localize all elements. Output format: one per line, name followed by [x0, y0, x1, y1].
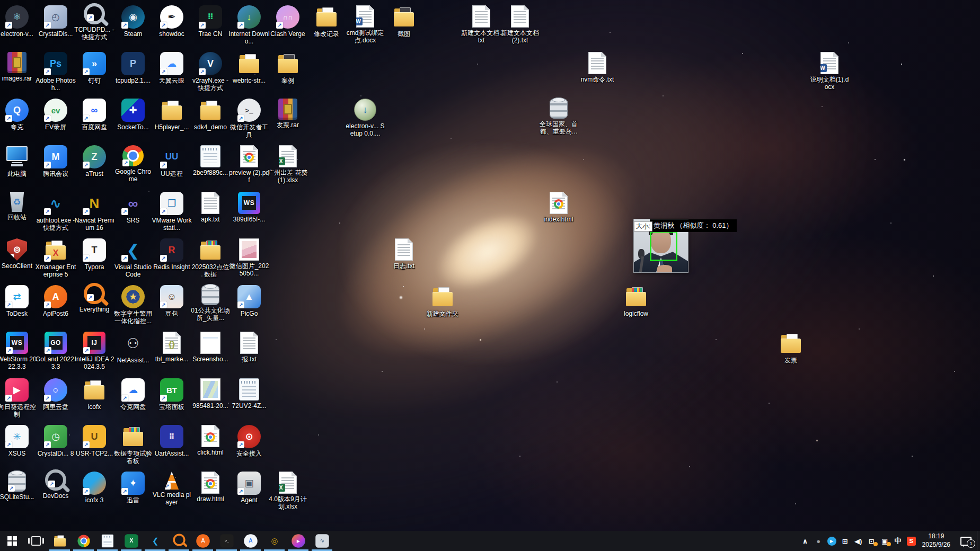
desktop-icon-click-html[interactable]: click.html [189, 425, 232, 456]
desktop-icon-folder-logicflow[interactable]: logicflow [615, 285, 657, 317]
desktop-icon-atrust[interactable]: ↗aTrust [73, 145, 116, 177]
desktop-icon-cmd-test-docx[interactable]: Wcmd测试绑定点.docx [344, 5, 386, 45]
desktop-icon-todesk[interactable]: ↗ToDesk [0, 285, 38, 317]
desktop-icon-ev-recorder[interactable]: ↗EV录屏 [34, 99, 77, 131]
desktop-icon-agent[interactable]: ↗Agent [228, 472, 270, 504]
taskbar-vscode[interactable] [143, 531, 167, 551]
desktop-icon-bt-panel[interactable]: ↗宝塔面板 [151, 378, 193, 411]
taskbar-app-store[interactable] [239, 531, 262, 551]
desktop-icon-rizhi-txt[interactable]: 日志.txt [383, 238, 425, 270]
desktop-icon-v2rayn[interactable]: ↗v2rayN.exe - 快捷方式 [189, 52, 232, 92]
desktop-icon-tbl-marke[interactable]: {}tbl_marke... [151, 332, 193, 363]
desktop-icon-preview-pdf[interactable]: preview (2).pdf [228, 145, 270, 184]
desktop-icon-crystaldiskmark[interactable]: ↗CrystalDi... 8 [34, 425, 77, 457]
desktop-icon-electron-setup[interactable]: electron-v... Setup 0.0.... [344, 99, 386, 138]
desktop-icon-usr-tcp[interactable]: ↗USR-TCP2... [73, 425, 116, 457]
desktop-icon-goland[interactable]: ↗GoLand 2022.3.3 [34, 332, 77, 371]
desktop-icon-draw-html[interactable]: draw.html [189, 472, 232, 503]
desktop-icon-guangzhou-xlsx[interactable]: X广州出差 花费(1).xlsx [267, 145, 309, 184]
desktop-icon-showdoc[interactable]: ↗showdoc [151, 5, 193, 38]
desktop-icon-ws-389df65f[interactable]: 389df65f-... [228, 192, 270, 223]
taskbar-cmd[interactable] [215, 531, 239, 551]
desktop-icon-vlc[interactable]: ↗VLC media player [151, 472, 193, 506]
desktop-icon-webstorm[interactable]: ↗WebStorm 2022.3.3 [0, 332, 38, 371]
desktop-icon-security-access[interactable]: ↗安全接入 [228, 425, 270, 457]
start-button[interactable] [0, 531, 24, 551]
taskbar-system-monitor[interactable] [310, 531, 334, 551]
desktop-icon-icofx3[interactable]: ↗icofx 3 [73, 472, 116, 504]
desktop-icon-folder-icofx[interactable]: icofx [73, 378, 116, 411]
desktop-icon-db-global-countries[interactable]: 全球国家、首都、重要岛... [537, 99, 580, 136]
tray-hidden-app[interactable]: ● [812, 531, 825, 551]
desktop-icon-map-985481[interactable]: 985481-20... [189, 378, 232, 410]
desktop-icon-shuoming-docx[interactable]: W说明文档(1).docx [808, 52, 851, 91]
desktop-icon-dingtalk[interactable]: ↗钉钉 [73, 52, 116, 84]
desktop-icon-folder-jietu[interactable]: 截图 [383, 5, 425, 38]
taskbar-media-player[interactable] [286, 531, 310, 551]
tray-ime[interactable]: 中 [891, 531, 905, 551]
taskbar-notepad[interactable] [95, 531, 119, 551]
desktop-icon-folder-data-dashboard[interactable]: 数据专项试验看板 [112, 425, 154, 465]
desktop-icon-new-txt-2[interactable]: 新建文本文档(2).txt [499, 5, 541, 45]
desktop-icon-quark-netdisk[interactable]: ↗夸克网盘 [112, 378, 154, 411]
taskbar-chrome[interactable] [72, 531, 95, 551]
desktop-icon-thunder[interactable]: ↗迅雷 [112, 472, 154, 504]
desktop-icon-xmanager[interactable]: ↗Xmanager Enterprise 5 [34, 238, 77, 279]
desktop-icon-vmware[interactable]: ↗VMware Workstati... [151, 192, 193, 232]
desktop-icon-netassist[interactable]: NetAssist... [112, 332, 154, 364]
desktop-icon-index-html[interactable]: index.html [537, 192, 580, 223]
desktop-icon-screenshot-file[interactable]: Screensho... [189, 332, 232, 363]
desktop-icon-aliyun-drive[interactable]: ↗阿里云盘 [34, 378, 77, 411]
desktop-icon-navicat[interactable]: ↗Navicat Premium 16 [73, 192, 116, 232]
desktop-icon-electron-vue[interactable]: ↗electron-v... [0, 5, 38, 38]
desktop-icon-folder-xiugaijilu[interactable]: 修改记录 [305, 5, 348, 38]
desktop-icon-folder-h5player[interactable]: H5player_... [151, 99, 193, 131]
desktop-icon-redis-insight[interactable]: ↗Redis Insight [151, 238, 193, 271]
desktop-icon-folder-fapiao[interactable]: 发票 [770, 332, 812, 364]
desktop-icon-fapiao-rar[interactable]: 发票.rar [267, 99, 309, 129]
taskbar-apipost[interactable] [191, 531, 215, 551]
desktop-icon-this-pc[interactable]: 此电脑 [0, 145, 38, 177]
desktop-icon-note-2be9[interactable]: 2be9f889c... [189, 145, 232, 176]
desktop-icon-folder-2025032[interactable]: 2025032点位数据 [189, 238, 232, 279]
taskbar-everything-search[interactable] [167, 531, 191, 551]
desktop-icon-baidu-netdisk[interactable]: ↗百度网盘 [73, 99, 116, 131]
desktop-icon-folder-anli[interactable]: 案例 [267, 52, 309, 84]
desktop-icon-tencent-meeting[interactable]: ↗腾讯会议 [34, 145, 77, 177]
desktop-icon-tianyi-cloud-eye[interactable]: ↗天翼云眼 [151, 52, 193, 84]
taskbar-file-explorer[interactable] [48, 531, 72, 551]
desktop-icon-note-72uv2[interactable]: 72UV2-4Z... [228, 378, 270, 410]
taskbar-navicat[interactable] [262, 531, 286, 551]
desktop-icon-wechat-devtools[interactable]: ↗微信开发者工具 [228, 99, 270, 139]
desktop-icon-police-twin[interactable]: 数字孪生警用一体化指控... [112, 285, 154, 325]
desktop-icon-everything[interactable]: ↗Everything [73, 285, 116, 313]
desktop-icon-new-txt-1[interactable]: 新建文本文档.txt [460, 5, 502, 45]
tray-sogou[interactable]: S [905, 531, 918, 551]
desktop-icon-folder-sdk4-demo[interactable]: sdk4_demo [189, 99, 232, 131]
desktop-icon-clash-verge[interactable]: ↗Clash Verge [267, 5, 309, 38]
desktop-icon-steam[interactable]: ↗Steam [112, 5, 154, 38]
task-view-button[interactable] [24, 531, 48, 551]
tray-volume[interactable]: ◀) [852, 531, 865, 551]
desktop-icon-authtool[interactable]: ↗authtool.exe - 快捷方式 [34, 192, 77, 232]
desktop-icon-images-rar[interactable]: images.rar [0, 52, 38, 82]
desktop-icon-uartassist[interactable]: UartAssist... [151, 425, 193, 457]
desktop-icon-picgo[interactable]: ↗PicGo [228, 285, 270, 317]
desktop-icon-intellij-idea[interactable]: ↗IntelliJ IDEA 2024.3.5 [73, 332, 116, 371]
desktop-icon-srs[interactable]: ↗SRS [112, 192, 154, 224]
desktop-icon-tcpudp-tool[interactable]: tcpudp2.1.... [112, 52, 154, 84]
taskbar-clock[interactable]: 18:19 2025/9/26 [918, 532, 955, 549]
desktop-icon-plan-xlsx[interactable]: X4.0版本9月计划.xlsx [267, 472, 309, 511]
action-center-button[interactable]: 1 [955, 531, 977, 551]
desktop-icon-trae-cn[interactable]: ↗Trae CN [189, 5, 232, 38]
desktop-icon-vscode[interactable]: ↗Visual Studio Code [112, 238, 154, 279]
desktop-icon-db-public-culture[interactable]: 01公共文化场所_矢量... [189, 285, 232, 322]
desktop-icon-doubao[interactable]: ↗豆包 [151, 285, 193, 317]
face-recognition-image[interactable]: 黄润秋 （相似度： 0.61） 大小: [634, 219, 688, 272]
desktop-icon-folder-new[interactable]: 新建文件夹 [421, 285, 464, 317]
desktop-icon-apipost6[interactable]: ↗ApiPost6 [34, 285, 77, 317]
desktop-icon-folder-webrtc[interactable]: webrtc-str... [228, 52, 270, 84]
desktop-icon-google-chrome[interactable]: ↗Google Chrome [112, 145, 154, 183]
desktop-icon-secoclient[interactable]: ↗SecoClient [0, 238, 38, 270]
taskbar-excel[interactable] [119, 531, 143, 551]
